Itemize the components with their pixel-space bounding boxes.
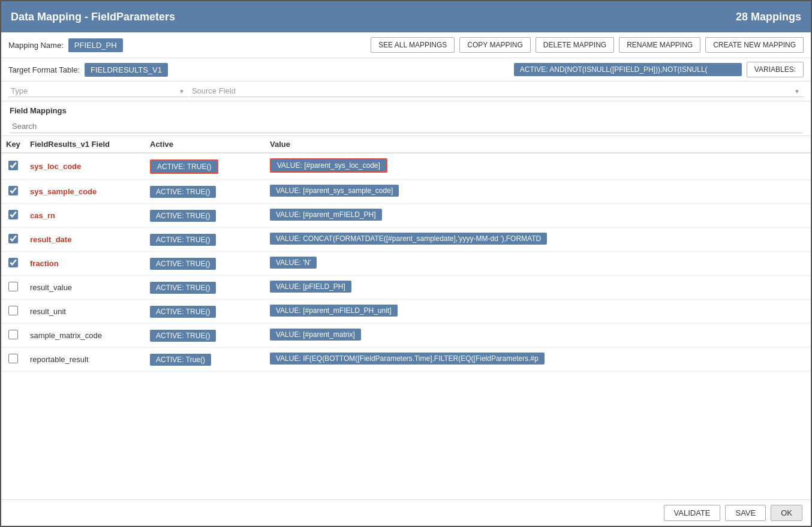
ok-button[interactable]: OK xyxy=(771,505,802,521)
field-name[interactable]: sys_loc_code xyxy=(30,162,81,171)
app-container: Data Mapping - FieldParameters 28 Mappin… xyxy=(0,0,812,527)
header-count: 28 Mappings xyxy=(736,11,801,23)
value-cell: VALUE: [#parent_sys_loc_code] xyxy=(265,153,811,180)
filter-row: Type ▼ Source Field ▼ xyxy=(1,82,811,101)
row-checkbox[interactable] xyxy=(8,306,18,315)
field-name-cell: result_unit xyxy=(25,300,145,324)
active-badge[interactable]: ACTIVE: TRUE() xyxy=(150,330,216,342)
header-title: Data Mapping - FieldParameters xyxy=(11,11,175,23)
active-badge[interactable]: ACTIVE: TRUE() xyxy=(150,159,218,174)
save-button[interactable]: SAVE xyxy=(725,505,766,521)
row-checkbox[interactable] xyxy=(8,210,18,219)
field-name[interactable]: sys_sample_code xyxy=(30,187,97,196)
copy-mapping-button[interactable]: COPY MAPPING xyxy=(459,37,530,53)
active-badge[interactable]: ACTIVE: TRUE() xyxy=(150,306,216,318)
field-name-cell: result_value xyxy=(25,276,145,300)
target-format-label: Target Format Table: xyxy=(8,65,80,74)
field-name[interactable]: fraction xyxy=(30,259,59,268)
checkbox-cell xyxy=(1,324,25,348)
value-badge[interactable]: VALUE: IF(EQ(BOTTOM([FieldParameters.Tim… xyxy=(270,353,545,365)
checkbox-cell xyxy=(1,228,25,252)
create-new-mapping-button[interactable]: CREATE NEW MAPPING xyxy=(705,37,804,53)
type-filter-select[interactable]: Type xyxy=(8,85,188,97)
value-badge[interactable]: VALUE: [#parent_matrix] xyxy=(270,329,361,341)
field-name[interactable]: cas_rn xyxy=(30,211,55,220)
rename-mapping-button[interactable]: RENAME MAPPING xyxy=(619,37,700,53)
table-row: sys_sample_codeACTIVE: TRUE()VALUE: [#pa… xyxy=(1,180,811,204)
search-row xyxy=(1,118,811,135)
checkbox-cell xyxy=(1,204,25,228)
field-name-cell: result_date xyxy=(25,228,145,252)
active-badge[interactable]: ACTIVE: TRUE() xyxy=(150,234,216,246)
active-badge[interactable]: ACTIVE: TRUE() xyxy=(150,186,216,198)
table-row: sample_matrix_codeACTIVE: TRUE()VALUE: [… xyxy=(1,324,811,348)
checkbox-cell xyxy=(1,252,25,276)
checkbox-cell xyxy=(1,276,25,300)
row-checkbox[interactable] xyxy=(8,258,18,267)
active-cell: ACTIVE: TRUE() xyxy=(145,153,265,180)
row-checkbox[interactable] xyxy=(8,330,18,339)
row-checkbox[interactable] xyxy=(8,354,18,363)
value-badge[interactable]: VALUE: [#parent_sys_sample_code] xyxy=(270,185,399,197)
source-field-select[interactable]: Source Field xyxy=(190,85,804,97)
table-row: cas_rnACTIVE: TRUE()VALUE: [#parent_mFIE… xyxy=(1,204,811,228)
value-badge[interactable]: VALUE: [#parent_mFIELD_PH] xyxy=(270,209,382,221)
row-checkbox[interactable] xyxy=(8,186,18,195)
field-name[interactable]: reportable_result xyxy=(30,355,89,364)
col-header-value: Value xyxy=(265,136,811,153)
field-name-cell: cas_rn xyxy=(25,204,145,228)
value-cell: VALUE: [pFIELD_PH] xyxy=(265,276,811,300)
active-badge[interactable]: ACTIVE: TRUE() xyxy=(150,282,216,294)
table-container: Key FieldResults_v1 Field Active Value s… xyxy=(1,135,811,499)
value-cell: VALUE: [#parent_sys_sample_code] xyxy=(265,180,811,204)
active-badge[interactable]: ACTIVE: TRUE() xyxy=(150,258,216,270)
value-cell: VALUE: IF(EQ(BOTTOM([FieldParameters.Tim… xyxy=(265,348,811,372)
value-badge[interactable]: VALUE: CONCAT(FORMATDATE([#parent_sample… xyxy=(270,233,547,245)
mapping-name-label: Mapping Name: xyxy=(8,41,64,50)
checkbox-cell xyxy=(1,348,25,372)
field-name-cell: reportable_result xyxy=(25,348,145,372)
mapping-name-badge[interactable]: PFIELD_PH xyxy=(68,38,123,52)
value-badge[interactable]: VALUE: [#parent_mFIELD_PH_unit] xyxy=(270,305,398,317)
variables-button[interactable]: VARIABLES: xyxy=(747,62,804,77)
value-cell: VALUE: 'N' xyxy=(265,252,811,276)
row-checkbox[interactable] xyxy=(8,161,18,170)
row-checkbox[interactable] xyxy=(8,234,18,243)
active-badge[interactable]: ACTIVE: True() xyxy=(150,354,211,366)
field-name[interactable]: result_value xyxy=(30,283,72,292)
field-name-cell: fraction xyxy=(25,252,145,276)
active-cell: ACTIVE: True() xyxy=(145,348,265,372)
table-header-row: Key FieldResults_v1 Field Active Value xyxy=(1,136,811,153)
value-badge[interactable]: VALUE: 'N' xyxy=(270,257,317,269)
field-name[interactable]: result_unit xyxy=(30,307,66,316)
value-badge[interactable]: VALUE: [pFIELD_PH] xyxy=(270,281,351,293)
field-mappings-table: Key FieldResults_v1 Field Active Value s… xyxy=(1,136,811,372)
col-header-active: Active xyxy=(145,136,265,153)
toolbar-row1: Mapping Name: PFIELD_PH SEE ALL MAPPINGS… xyxy=(1,32,811,58)
field-name-cell: sample_matrix_code xyxy=(25,324,145,348)
validate-button[interactable]: VALIDATE xyxy=(664,505,721,521)
row-checkbox[interactable] xyxy=(8,282,18,291)
field-name[interactable]: sample_matrix_code xyxy=(30,331,102,340)
value-badge[interactable]: VALUE: [#parent_sys_loc_code] xyxy=(270,158,387,173)
source-field-wrapper: Source Field ▼ xyxy=(190,85,804,97)
checkbox-cell xyxy=(1,300,25,324)
table-row: result_valueACTIVE: TRUE()VALUE: [pFIELD… xyxy=(1,276,811,300)
field-name[interactable]: result_date xyxy=(30,235,71,244)
see-all-mappings-button[interactable]: SEE ALL MAPPINGS xyxy=(371,37,455,53)
delete-mapping-button[interactable]: DELETE MAPPING xyxy=(536,37,614,53)
table-row: reportable_resultACTIVE: True()VALUE: IF… xyxy=(1,348,811,372)
active-cell: ACTIVE: TRUE() xyxy=(145,252,265,276)
search-input[interactable] xyxy=(10,120,802,133)
col-header-key: Key xyxy=(1,136,25,153)
active-cell: ACTIVE: TRUE() xyxy=(145,204,265,228)
active-cell: ACTIVE: TRUE() xyxy=(145,276,265,300)
footer: VALIDATE SAVE OK xyxy=(1,499,811,526)
type-filter-wrapper: Type ▼ xyxy=(8,85,185,97)
target-format-badge[interactable]: FIELDRESULTS_V1 xyxy=(85,63,168,77)
active-badge[interactable]: ACTIVE: TRUE() xyxy=(150,210,216,222)
table-row: sys_loc_codeACTIVE: TRUE()VALUE: [#paren… xyxy=(1,153,811,180)
active-formula-button[interactable]: ACTIVE: AND(NOT(ISNULL([PFIELD_PH])),NOT… xyxy=(514,63,742,76)
value-cell: VALUE: [#parent_mFIELD_PH] xyxy=(265,204,811,228)
toolbar-row2: Target Format Table: FIELDRESULTS_V1 ACT… xyxy=(1,58,811,82)
